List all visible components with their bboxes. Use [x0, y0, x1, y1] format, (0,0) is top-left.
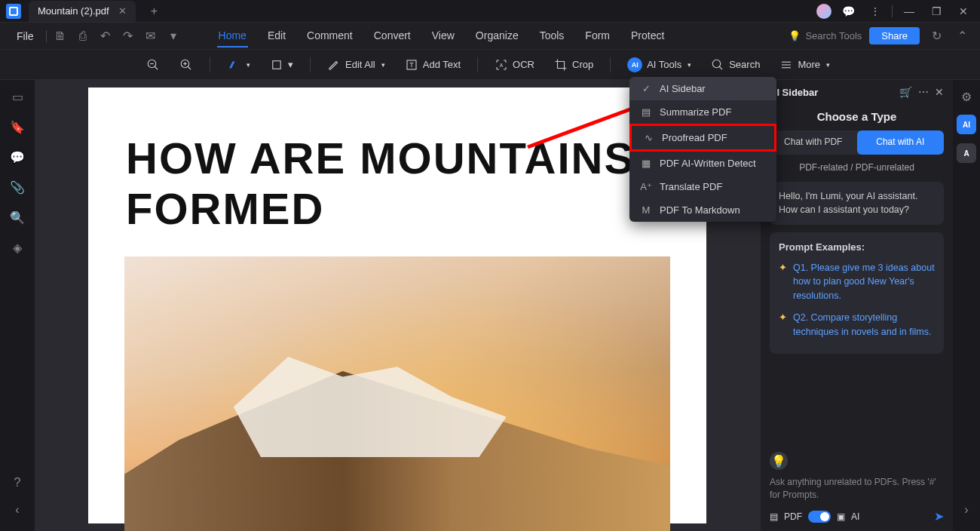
tab-tools[interactable]: Tools	[538, 25, 566, 48]
svg-rect-7	[273, 60, 281, 69]
search-rail-icon[interactable]: 🔍	[8, 208, 26, 226]
shape-button[interactable]: ▾	[264, 55, 299, 75]
choose-type-heading: Choose a Type	[761, 104, 953, 130]
check-icon: ✓	[640, 83, 652, 94]
user-avatar[interactable]	[816, 4, 831, 19]
document-tab[interactable]: Mountain (2).pdf ✕	[29, 1, 136, 22]
ai-tools-button[interactable]: AI AI Tools▾	[621, 54, 697, 75]
attachment-icon[interactable]: 📎	[8, 178, 26, 196]
edit-all-button[interactable]: Edit All▾	[321, 55, 391, 75]
send-button[interactable]: ➤	[934, 509, 944, 523]
sparkle-icon: ✦	[779, 261, 787, 303]
tab-convert[interactable]: Convert	[372, 25, 412, 48]
search-tools[interactable]: 💡 Search Tools	[789, 30, 862, 41]
zoom-in-button[interactable]	[173, 55, 199, 75]
pdf-mode-label: PDF	[784, 511, 802, 522]
tab-protect[interactable]: Protect	[629, 25, 666, 48]
prompt-hint: Ask anything unrelated to PDFs. Press '#…	[770, 476, 944, 502]
more-button[interactable]: More▾	[773, 55, 836, 75]
tab-view[interactable]: View	[430, 25, 456, 48]
collapse-left-icon[interactable]: ‹	[8, 501, 26, 519]
close-panel-icon[interactable]: ✕	[935, 86, 944, 98]
share-button[interactable]: Share	[869, 27, 920, 45]
minimize-button[interactable]: —	[899, 1, 920, 22]
proofread-icon: ∿	[642, 132, 654, 143]
ai-mode-label: AI	[851, 511, 859, 522]
thumbnails-icon[interactable]: ▭	[8, 87, 26, 106]
dd-ai-sidebar[interactable]: ✓ AI Sidebar	[629, 77, 776, 100]
settings-sliders-icon[interactable]: ⚙	[957, 87, 975, 106]
redo-icon[interactable]: ↷	[119, 27, 137, 45]
highlight-button[interactable]: ▾	[221, 55, 256, 75]
dd-translate[interactable]: A⁺ Translate PDF	[629, 175, 776, 198]
left-rail: ▭ 🔖 💬 📎 🔍 ◈ ? ‹	[0, 80, 35, 531]
collapse-icon[interactable]: ⌃	[953, 27, 971, 45]
main-tabs: Home Edit Comment Convert View Organize …	[217, 25, 666, 48]
app-logo-icon	[6, 4, 21, 19]
ocr-button[interactable]: A OCR	[488, 55, 541, 75]
tab-edit[interactable]: Edit	[266, 25, 287, 48]
search-button[interactable]: Search	[705, 55, 766, 75]
ai-mode-icon: ▣	[837, 511, 845, 522]
translate-icon: A⁺	[640, 181, 652, 192]
close-tab-icon[interactable]: ✕	[118, 5, 127, 17]
separator	[210, 57, 210, 72]
tab-form[interactable]: Form	[583, 25, 611, 48]
undo-icon[interactable]: ↶	[96, 27, 115, 45]
sparkle-icon: ✦	[779, 311, 787, 339]
ai-sidebar-header: AI Sidebar 🛒 ⋯ ✕	[761, 80, 953, 104]
ai-sidebar-title: AI Sidebar	[770, 87, 818, 98]
more-vert-icon[interactable]: ⋮	[865, 1, 886, 22]
mail-icon[interactable]: ✉	[142, 27, 160, 45]
examples-heading: Prompt Examples:	[779, 240, 935, 255]
tab-comment[interactable]: Comment	[305, 25, 354, 48]
bookmark-icon[interactable]: 🔖	[8, 118, 26, 136]
chat-with-pdf-button[interactable]: Chat with PDF	[770, 130, 857, 155]
svg-line-1	[155, 66, 158, 69]
file-menu[interactable]: File	[9, 27, 41, 45]
svg-line-4	[188, 66, 191, 69]
ai-rail-icon[interactable]: AI	[957, 115, 976, 134]
example-prompt-1[interactable]: ✦ Q1. Please give me 3 ideas about how t…	[779, 261, 935, 303]
tab-title: Mountain (2).pdf	[38, 5, 109, 17]
close-window-button[interactable]: ✕	[953, 1, 974, 22]
separator	[610, 57, 611, 72]
example-prompt-2[interactable]: ✦ Q2. Compare storytelling techniques in…	[779, 311, 935, 339]
add-text-button[interactable]: T Add Text	[399, 55, 467, 75]
more-dots-icon[interactable]: ⋯	[918, 86, 929, 98]
tab-organize[interactable]: Organize	[474, 25, 520, 48]
chat-icon[interactable]: 💬	[838, 1, 859, 22]
add-tab-button[interactable]: +	[145, 5, 164, 18]
ai-badge-icon: AI	[627, 57, 642, 72]
chat-with-ai-button[interactable]: Chat with AI	[857, 130, 945, 155]
dd-detect[interactable]: ▦ PDF AI-Written Detect	[629, 152, 776, 175]
far-right-rail: ⚙ AI A ›	[953, 80, 980, 531]
zoom-out-button[interactable]	[140, 55, 166, 75]
dd-markdown[interactable]: M PDF To Markdown	[629, 198, 776, 222]
ai-greeting: Hello, I'm Lumi, your AI assistant. How …	[770, 182, 944, 226]
cart-icon[interactable]: 🛒	[899, 86, 912, 98]
crop-button[interactable]: Crop	[548, 55, 599, 75]
hint-bulb-icon[interactable]: 💡	[770, 452, 788, 470]
comment-icon[interactable]: 💬	[8, 148, 26, 166]
chat-type-toggle: Chat with PDF Chat with AI	[770, 130, 944, 155]
help-icon[interactable]: ?	[8, 474, 26, 492]
layers-icon[interactable]: ◈	[8, 238, 26, 256]
save-icon[interactable]: 🗎	[51, 27, 69, 45]
dropdown-icon[interactable]: ▾	[164, 27, 182, 45]
dd-summarize[interactable]: ▤ Summarize PDF	[629, 100, 776, 124]
translate-rail-icon[interactable]: A	[957, 143, 976, 163]
mode-switch[interactable]	[808, 511, 831, 523]
sync-icon[interactable]: ↻	[927, 27, 945, 45]
related-subtext: PDF-related / PDF-unrelated	[761, 162, 953, 173]
dd-proofread[interactable]: ∿ Proofread PDF	[629, 124, 776, 152]
print-icon[interactable]: ⎙	[74, 27, 92, 45]
expand-right-icon[interactable]: ›	[957, 501, 975, 519]
toolbar: ▾ ▾ Edit All▾ T Add Text A OCR Crop AI A…	[0, 50, 980, 80]
detect-icon: ▦	[640, 158, 652, 169]
divider	[46, 30, 47, 42]
maximize-button[interactable]: ❐	[926, 1, 947, 22]
tab-home[interactable]: Home	[217, 25, 248, 48]
svg-text:A: A	[500, 63, 504, 68]
titlebar: Mountain (2).pdf ✕ + 💬 ⋮ — ❐ ✕	[0, 0, 980, 23]
